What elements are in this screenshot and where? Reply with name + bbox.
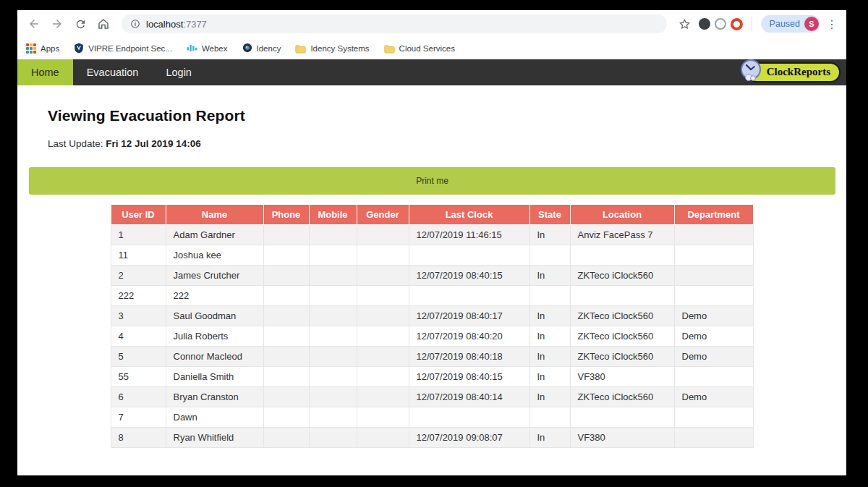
page-info-icon[interactable] [130,19,140,29]
bookmark-webex[interactable]: Webex [187,43,228,54]
site-navbar: Home Evacuation Login ClockReports [17,59,846,85]
table-cell [263,387,309,407]
table-cell: Dawn [166,407,263,428]
table-cell [357,428,409,448]
table-cell: ZKTeco iClock560 [570,387,674,407]
table-cell [409,286,529,306]
table-row: 11Joshua kee [111,245,753,266]
column-header: Gender [357,205,409,225]
table-cell: 5 [111,347,166,367]
bookmark-apps[interactable]: Apps [26,43,59,54]
bookmark-idency[interactable]: Idency [242,43,281,54]
clock-icon [739,59,764,86]
table-cell: Adam Gardner [166,225,263,245]
table-cell [674,428,753,448]
table-cell: In [529,387,570,407]
table-cell [263,407,309,428]
table-cell: Daniella Smith [166,367,263,387]
table-cell: Demo [674,387,753,407]
table-cell [309,225,357,245]
bookmark-label: Idency Systems [310,44,369,53]
bookmark-label: Apps [41,44,59,53]
table-cell: Demo [674,347,753,367]
table-cell [263,286,309,306]
extension-icon-red-o[interactable] [731,18,743,30]
table-cell: 12/07/2019 08:40:15 [409,367,529,387]
bookmark-star-icon[interactable] [676,14,694,33]
table-row: 3Saul Goodman12/07/2019 08:40:17InZKTeco… [111,306,753,326]
table-row: 4Julia Roberts12/07/2019 08:40:20InZKTec… [111,326,753,347]
page-content: Viewing Evacuation Report Last Update: F… [17,85,846,475]
table-cell: 222 [111,286,166,306]
bookmark-cloud-services[interactable]: Cloud Services [384,44,455,54]
table-cell: Joshua kee [166,245,263,266]
table-row: 222222 [111,286,753,306]
last-update-value: Fri 12 Jul 2019 14:06 [106,138,200,149]
clockreports-logo[interactable]: ClockReports [739,61,841,84]
extension-icon-dark[interactable] [699,18,710,30]
bookmark-idency-systems[interactable]: Idency Systems [295,44,369,54]
table-cell: Connor Macleod [166,347,263,367]
table-cell: 11 [111,245,166,266]
avatar[interactable]: S [804,17,819,31]
nav-item-login[interactable]: Login [152,59,205,85]
table-cell [529,245,570,266]
nav-item-home[interactable]: Home [17,59,73,85]
table-cell: In [529,225,570,245]
table-cell: 55 [111,367,166,387]
bookmark-vipre[interactable]: VIPRE Endpoint Sec... [74,43,172,55]
table-cell: VF380 [570,367,674,387]
print-me-button[interactable]: Print me [29,167,835,195]
forward-icon[interactable] [48,14,67,33]
profile-chip[interactable]: Paused S [761,15,820,33]
column-header: Phone [263,205,309,225]
idency-eye-icon [242,43,252,54]
last-update: Last Update: Fri 12 Jul 2019 14:06 [48,138,846,149]
table-cell: 12/07/2019 08:40:20 [409,326,529,347]
table-cell [674,245,753,266]
table-cell [357,286,409,306]
table-cell [263,326,309,347]
table-cell [357,245,409,266]
table-cell: ZKTeco iClock560 [570,326,674,347]
table-cell [357,347,409,367]
folder-icon [384,44,395,54]
table-cell [674,367,753,387]
table-cell: Julia Roberts [166,326,263,347]
address-bar[interactable]: localhost:7377 [122,14,667,33]
extension-icon-gray[interactable] [715,18,726,30]
browser-menu-icon[interactable]: ⋮ [825,17,839,31]
table-cell [529,286,570,306]
home-icon[interactable] [94,14,113,33]
column-header: Last Clock [409,205,529,225]
table-body: 1Adam Gardner12/07/2019 11:46:15InAnviz … [111,225,753,448]
column-header: Mobile [309,205,357,225]
toolbar-separator [752,17,752,31]
reload-icon[interactable] [71,14,90,33]
url-text: localhost:7377 [146,19,207,30]
bookmark-label: Idency [257,44,281,53]
bookmarks-bar: Apps VIPRE Endpoint Sec... Webex Idency … [17,38,846,59]
table-cell [674,225,753,245]
table-cell [357,367,409,387]
table-cell [263,347,309,367]
table-cell: ZKTeco iClock560 [570,266,674,286]
table-cell: VF380 [570,428,674,448]
table-cell: 4 [111,326,166,347]
bookmark-label: VIPRE Endpoint Sec... [88,44,172,53]
table-cell: ZKTeco iClock560 [570,306,674,326]
table-cell [309,387,357,407]
table-cell: In [529,428,570,448]
table-row: 7Dawn [111,407,753,428]
table-cell: Saul Goodman [166,306,263,326]
back-icon[interactable] [25,14,43,33]
table-cell [309,266,357,286]
column-header: Name [166,205,263,225]
table-cell [263,306,309,326]
table-cell: 12/07/2019 09:08:07 [409,428,529,448]
nav-item-evacuation[interactable]: Evacuation [73,59,153,85]
table-cell [309,428,357,448]
browser-toolbar: localhost:7377 Paused S ⋮ [17,10,846,38]
table-cell [309,347,357,367]
table-cell [674,286,753,306]
